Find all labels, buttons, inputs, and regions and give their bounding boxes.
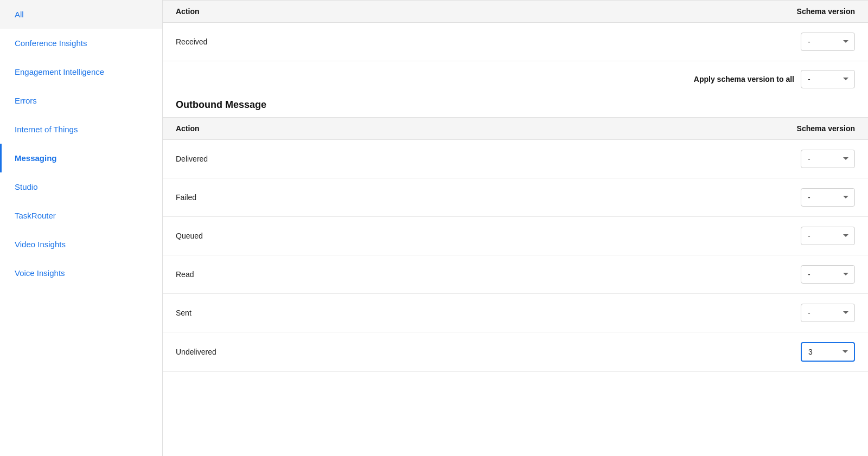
outbound-row-sent: Sent-1234 [163, 294, 868, 332]
outbound-row-failed: Failed-1234 [163, 178, 868, 217]
sidebar-item-voice-insights[interactable]: Voice Insights [0, 259, 162, 287]
sidebar-item-messaging[interactable]: Messaging [0, 144, 162, 172]
apply-all-row: Apply schema version to all -1234 [163, 66, 868, 88]
sidebar-item-taskrouter[interactable]: TaskRouter [0, 201, 162, 230]
outbound-row-queued: Queued-1234 [163, 217, 868, 255]
inbound-table-header: Action Schema version [163, 0, 868, 23]
apply-all-label: Apply schema version to all [694, 75, 794, 84]
outbound-row-undelivered: Undelivered-1234 [163, 332, 868, 372]
outbound-schema-header: Schema version [797, 124, 855, 133]
outbound-rows-container: Delivered-1234Failed-1234Queued-1234Read… [163, 140, 868, 372]
outbound-action-label-undelivered: Undelivered [176, 348, 216, 356]
outbound-schema-select-undelivered[interactable]: -1234 [801, 342, 855, 362]
outbound-title-row: Outbound Message [163, 88, 868, 117]
sidebar-item-conference-insights[interactable]: Conference Insights [0, 29, 162, 57]
inbound-rows-container: Received-1234 [163, 23, 868, 61]
outbound-schema-select-read[interactable]: -1234 [801, 265, 855, 284]
sidebar-item-studio[interactable]: Studio [0, 172, 162, 201]
outbound-action-label-read: Read [176, 270, 194, 279]
inbound-schema-header: Schema version [797, 7, 855, 16]
sidebar: AllConference InsightsEngagement Intelli… [0, 0, 163, 456]
main-content: Action Schema version Received-1234 Appl… [163, 0, 868, 456]
outbound-row-read: Read-1234 [163, 255, 868, 294]
outbound-action-label-queued: Queued [176, 232, 203, 240]
sidebar-item-video-insights[interactable]: Video Insights [0, 230, 162, 259]
sidebar-item-internet-of-things[interactable]: Internet of Things [0, 115, 162, 144]
outbound-title: Outbound Message [176, 99, 266, 111]
outbound-action-label-delivered: Delivered [176, 155, 208, 163]
outbound-action-label-sent: Sent [176, 309, 192, 317]
outbound-table-header: Action Schema version [163, 117, 868, 140]
inbound-action-header: Action [176, 7, 200, 16]
outbound-section: Apply schema version to all -1234 Outbou… [163, 66, 868, 372]
apply-all-select[interactable]: -1234 [801, 70, 855, 88]
sidebar-item-errors[interactable]: Errors [0, 86, 162, 115]
outbound-schema-select-failed[interactable]: -1234 [801, 188, 855, 207]
inbound-section: Action Schema version Received-1234 [163, 0, 868, 61]
inbound-action-label-received: Received [176, 37, 207, 46]
outbound-action-label-failed: Failed [176, 193, 196, 202]
outbound-schema-select-sent[interactable]: -1234 [801, 304, 855, 322]
outbound-row-delivered: Delivered-1234 [163, 140, 868, 178]
inbound-schema-select-received[interactable]: -1234 [801, 33, 855, 51]
outbound-schema-select-delivered[interactable]: -1234 [801, 150, 855, 168]
inbound-row-received: Received-1234 [163, 23, 868, 61]
sidebar-item-all[interactable]: All [0, 0, 162, 29]
outbound-action-header: Action [176, 124, 200, 133]
outbound-schema-select-queued[interactable]: -1234 [801, 227, 855, 245]
sidebar-item-engagement-intelligence[interactable]: Engagement Intelligence [0, 57, 162, 86]
